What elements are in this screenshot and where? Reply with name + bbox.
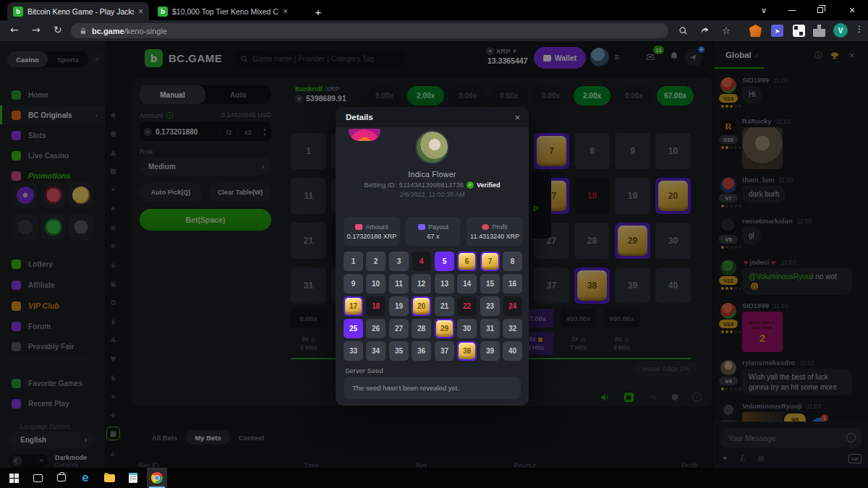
verified-shield-icon: ✓ <box>467 181 474 189</box>
restore-button[interactable] <box>806 0 835 20</box>
taskbar-chrome-icon[interactable] <box>147 468 167 488</box>
desktop-screen: bBitcoin Keno Game - Play Jacks o×b$10,0… <box>0 0 868 488</box>
modal-number-cell: 25 <box>344 319 363 338</box>
modal-number-cell: 3 <box>389 252 409 271</box>
back-icon[interactable]: ← <box>10 24 19 35</box>
url-bar[interactable]: bc.game/keno-single <box>71 23 668 38</box>
browser-profile-avatar[interactable]: V <box>833 23 848 38</box>
browser-tabstrip: bBitcoin Keno Game - Play Jacks o×b$10,0… <box>0 0 868 20</box>
verified-label: Verified <box>477 181 501 189</box>
modal-number-cell: 10 <box>366 274 386 294</box>
reload-icon[interactable]: ↻ <box>54 24 62 35</box>
modal-number-cell: 29 <box>435 319 454 338</box>
bcgame-favicon: b <box>158 7 168 17</box>
modal-number-cell: 14 <box>457 274 477 294</box>
lock-icon <box>80 27 87 35</box>
modal-number-cell: 16 <box>503 274 522 294</box>
modal-number-cell: 7 <box>480 252 500 271</box>
bookmark-star-icon[interactable]: ☆ <box>722 25 733 37</box>
modal-number-cell: 33 <box>344 341 363 361</box>
modal-number-cell: 27 <box>389 319 409 338</box>
modal-number-cell: 28 <box>412 319 431 338</box>
stat-value: 11.4313240 XRP <box>470 233 519 240</box>
modal-number-cell: 32 <box>503 319 522 338</box>
hit-gold-tile: 20 <box>413 298 430 314</box>
modal-number-cell: 36 <box>412 341 431 361</box>
modal-number-cell: 8 <box>503 252 522 271</box>
taskbar-store-icon[interactable] <box>51 468 72 488</box>
hit-gold-tile: 7 <box>482 253 498 270</box>
modal-number-cell: 34 <box>366 341 386 361</box>
taskbar-start-icon[interactable] <box>4 468 24 488</box>
taskbar-file-explorer-icon[interactable] <box>99 468 119 488</box>
browser-tab[interactable]: b$10,000 Top Tier Keno Mixed Cha× <box>152 2 294 20</box>
url-path: /keno-single <box>124 27 167 35</box>
stat-value: 67 x <box>427 233 439 240</box>
bet-details-modal: Details × Indica Flower Betting ID: 5114… <box>336 107 529 406</box>
zoom-search-icon[interactable] <box>678 25 690 37</box>
windows-taskbar: e <box>0 468 868 488</box>
stat-payout: Payout67 x <box>406 217 461 246</box>
modal-number-cell: 26 <box>366 319 386 338</box>
hit-gold-tile: 29 <box>436 320 453 337</box>
bcgame-site: Casino Sports ≡ HomeBC Originals›SlotsLi… <box>0 41 868 468</box>
modal-number-cell: 35 <box>389 341 409 361</box>
modal-number-cell: 39 <box>480 341 500 361</box>
stat-amount: Amount0.17320188 XRP <box>344 217 400 246</box>
tab-title: $10,000 Top Tier Keno Mixed Cha <box>172 7 278 16</box>
stat-profit: Profit11.4313240 XRP <box>467 217 523 246</box>
share-icon[interactable] <box>700 25 712 37</box>
qr-extension-icon[interactable] <box>793 25 805 37</box>
extensions-puzzle-icon[interactable] <box>813 25 825 37</box>
betting-id-value: 51143413998813736 <box>399 181 464 189</box>
hit-gold-tile: 6 <box>459 253 475 270</box>
browser-tab[interactable]: bBitcoin Keno Game - Play Jacks o× <box>7 2 149 20</box>
taskbar-notepad-icon[interactable] <box>123 468 143 488</box>
player-avatar[interactable] <box>415 130 449 164</box>
modal-number-cell: 12 <box>412 274 431 294</box>
server-seed-value: The seed hasn't been revealed yet. <box>344 377 521 399</box>
modal-number-cell: 9 <box>344 274 363 294</box>
close-window-button[interactable]: × <box>836 0 868 20</box>
tab-close-icon[interactable]: × <box>138 7 143 17</box>
amount-icon <box>355 224 362 230</box>
modal-number-cell: 20 <box>412 296 431 316</box>
tab-search-icon[interactable]: ∨ <box>752 0 775 20</box>
modal-number-cell: 13 <box>435 274 454 294</box>
player-username: Indica Flower <box>336 170 529 179</box>
modal-number-cell: 1 <box>344 252 363 271</box>
cursor-extension-icon[interactable]: ➤ <box>771 25 783 37</box>
modal-number-cell: 5 <box>435 252 454 271</box>
modal-number-cell: 11 <box>389 274 409 294</box>
modal-number-cell: 31 <box>480 319 500 338</box>
minimize-button[interactable] <box>778 0 806 20</box>
modal-close-icon[interactable]: × <box>514 112 520 123</box>
modal-title: Details <box>346 113 373 121</box>
server-seed-label: Server Seed <box>345 367 383 374</box>
modal-number-cell: 19 <box>389 296 409 316</box>
modal-number-cell: 23 <box>480 296 500 316</box>
modal-number-cell: 37 <box>435 341 454 361</box>
new-tab-button[interactable]: + <box>310 3 327 20</box>
modal-number-cell: 18 <box>366 296 386 316</box>
hit-gold-tile: 38 <box>459 343 475 359</box>
forward-icon[interactable]: → <box>32 24 41 35</box>
modal-number-cell: 22 <box>457 296 477 316</box>
browser-addressbar: ← → ↻ bc.game/keno-single ☆ ➤ V ⋮ <box>0 20 868 41</box>
tab-close-icon[interactable]: × <box>283 7 288 17</box>
tab-title: Bitcoin Keno Game - Play Jacks o <box>27 7 134 16</box>
modal-number-cell: 17 <box>344 296 363 316</box>
modal-number-cell: 40 <box>503 341 522 361</box>
kebab-menu-icon[interactable]: ⋮ <box>855 24 864 34</box>
metamask-extension-icon[interactable] <box>749 25 762 37</box>
bcgame-favicon: b <box>13 7 23 17</box>
betting-id-row: Betting ID: 51143413998813736 ✓ Verified <box>336 181 529 189</box>
payout-icon <box>418 224 425 230</box>
hit-gold-tile: 17 <box>345 298 362 314</box>
modal-number-cell: 15 <box>480 274 500 294</box>
taskbar-edge-icon[interactable]: e <box>75 468 95 488</box>
bet-timestamp: 2/8/2022, 11:02:30 AM <box>336 191 529 198</box>
profit-icon <box>482 224 489 230</box>
taskbar-task-view-icon[interactable] <box>27 468 48 488</box>
modal-number-cell: 21 <box>435 296 454 316</box>
